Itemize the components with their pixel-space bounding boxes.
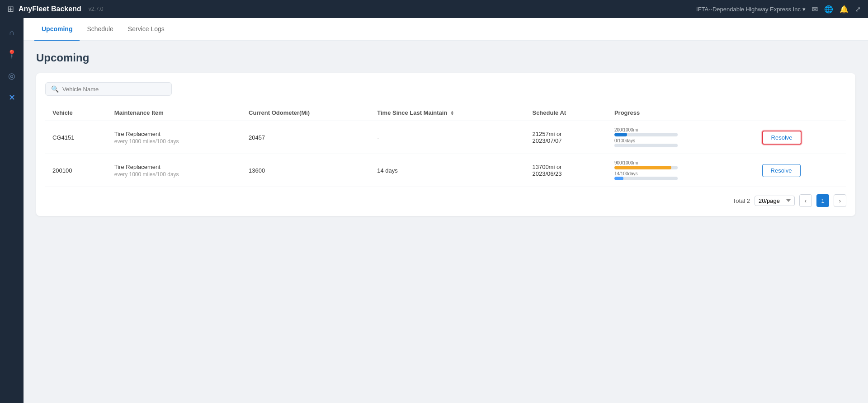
cell-time-since: 14 days: [370, 154, 525, 187]
location-icon: 📍: [7, 49, 17, 59]
tab-service-logs[interactable]: Service Logs: [121, 18, 172, 41]
resolve-button-0[interactable]: Resolve: [762, 131, 802, 145]
chevron-down-icon: ▾: [802, 6, 806, 13]
search-container: 🔍: [45, 82, 172, 96]
cell-vehicle: CG4151: [45, 121, 107, 154]
sort-icon: ⇕: [450, 111, 454, 116]
sidebar-item-target[interactable]: ◎: [3, 67, 21, 85]
search-icon: 🔍: [51, 85, 59, 93]
chevron-right-icon: ›: [839, 197, 841, 204]
cell-schedule-at: 13700mi or2023/06/23: [525, 154, 607, 187]
search-input[interactable]: [62, 86, 166, 93]
cell-progress: 200/1000mi 0/100days: [607, 121, 755, 154]
cell-odometer: 13600: [241, 154, 370, 187]
resolve-button-1[interactable]: Resolve: [762, 164, 801, 177]
cell-vehicle: 200100: [45, 154, 107, 187]
cell-odometer: 20457: [241, 121, 370, 154]
cell-progress: 900/1000mi 14/100days: [607, 154, 755, 187]
header-left: ⊞ AnyFleet Backend v2.7.0: [7, 4, 103, 14]
page-body: Upcoming 🔍 Vehicle: [24, 41, 868, 403]
next-page-button[interactable]: ›: [834, 194, 846, 207]
page-title: Upcoming: [36, 52, 855, 64]
company-selector[interactable]: IFTA--Dependable Highway Express Inc ▾: [696, 6, 806, 13]
table-header-row: Vehicle Maintenance Item Current Odomete…: [45, 105, 846, 121]
sidebar-item-location[interactable]: 📍: [3, 45, 21, 63]
app-version: v2.7.0: [89, 6, 104, 12]
header-right: IFTA--Dependable Highway Express Inc ▾ ✉…: [696, 5, 861, 14]
company-name: IFTA--Dependable Highway Express Inc: [696, 6, 801, 13]
cell-action: Resolve: [755, 154, 846, 187]
sidebar-item-home[interactable]: ⌂: [3, 23, 21, 42]
sidebar: ⌂ 📍 ◎ ✕: [0, 18, 24, 403]
cell-maintenance-item: Tire Replacementevery 1000 miles/100 day…: [107, 121, 241, 154]
target-icon: ◎: [8, 71, 15, 81]
cell-schedule-at: 21257mi or2023/07/07: [525, 121, 607, 154]
top-header: ⊞ AnyFleet Backend v2.7.0 IFTA--Dependab…: [0, 0, 868, 18]
col-vehicle: Vehicle: [45, 105, 107, 121]
total-count: Total 2: [733, 197, 750, 204]
main-content: Upcoming Schedule Service Logs Upcoming …: [24, 18, 868, 403]
page-size-select[interactable]: 20/page 50/page 100/page: [755, 196, 795, 206]
table-row: 200100Tire Replacementevery 1000 miles/1…: [45, 154, 846, 187]
maintenance-table: Vehicle Maintenance Item Current Odomete…: [45, 105, 846, 187]
tab-upcoming[interactable]: Upcoming: [34, 18, 80, 41]
sidebar-item-tools[interactable]: ✕: [3, 89, 21, 107]
pagination-area: Total 2 20/page 50/page 100/page ‹ 1 ›: [45, 187, 846, 207]
chevron-left-icon: ‹: [805, 197, 807, 204]
app-title: AnyFleet Backend: [19, 5, 81, 13]
table-row: CG4151Tire Replacementevery 1000 miles/1…: [45, 121, 846, 154]
layout: ⌂ 📍 ◎ ✕ Upcoming Schedule Service Logs: [0, 18, 868, 403]
col-schedule-at: Schedule At: [525, 105, 607, 121]
tab-schedule[interactable]: Schedule: [80, 18, 120, 41]
col-action: [755, 105, 846, 121]
expand-icon[interactable]: ⤢: [855, 5, 861, 14]
main-card: 🔍 Vehicle Maintenance Item: [36, 73, 855, 216]
mail-icon[interactable]: ✉: [812, 5, 818, 14]
col-maintenance-item: Maintenance Item: [107, 105, 241, 121]
prev-page-button[interactable]: ‹: [799, 194, 812, 207]
home-icon: ⌂: [9, 28, 14, 37]
sub-nav: Upcoming Schedule Service Logs: [24, 18, 868, 41]
cell-time-since: -: [370, 121, 525, 154]
bell-icon[interactable]: 🔔: [840, 5, 849, 14]
tools-icon: ✕: [9, 93, 15, 103]
cell-maintenance-item: Tire Replacementevery 1000 miles/100 day…: [107, 154, 241, 187]
cell-action: Resolve: [755, 121, 846, 154]
col-odometer: Current Odometer(Mi): [241, 105, 370, 121]
current-page: 1: [816, 194, 829, 207]
col-time-since[interactable]: Time Since Last Maintain ⇕: [370, 105, 525, 121]
search-wrapper: 🔍: [45, 82, 846, 96]
globe-icon[interactable]: 🌐: [824, 5, 833, 14]
grid-icon[interactable]: ⊞: [7, 4, 14, 14]
col-progress: Progress: [607, 105, 755, 121]
